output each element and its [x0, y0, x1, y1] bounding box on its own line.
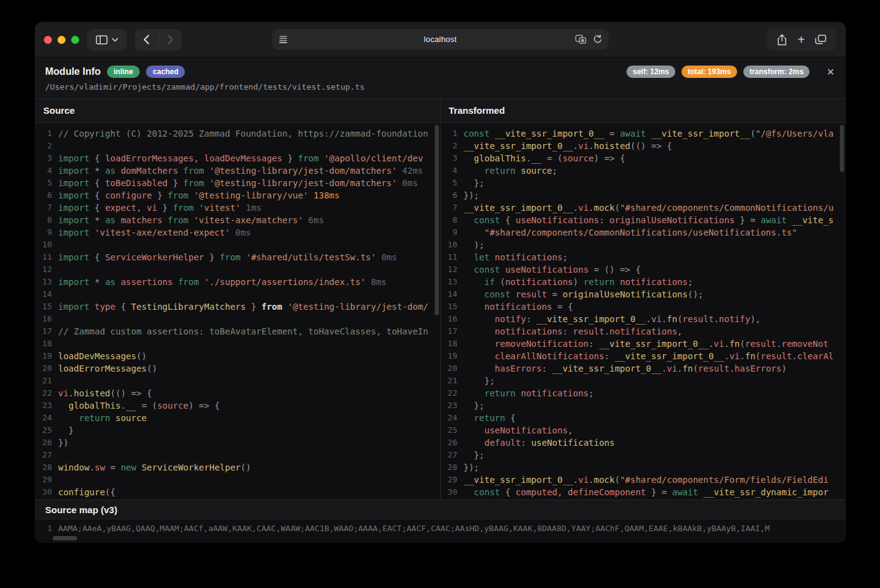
line-number: 22	[441, 387, 464, 399]
line-number: 3	[35, 152, 58, 164]
line-number: 27	[441, 449, 464, 461]
sidebar-toggle-button[interactable]	[87, 29, 127, 51]
code-line: 19 clearAllNotifications: __vite_ssr_imp…	[441, 350, 846, 362]
back-button[interactable]	[135, 29, 158, 51]
code-line: 8import * as matchers from 'vitest-axe/m…	[35, 214, 440, 226]
code-line: 14 const result = originalUseNotificatio…	[441, 288, 846, 300]
line-number: 7	[35, 202, 58, 214]
code-line: 3import { loadErrorMessages, loadDevMess…	[35, 152, 440, 164]
code-line: 10 );	[441, 239, 846, 251]
line-number: 12	[441, 263, 464, 276]
line-number: 14	[35, 288, 58, 300]
line-number: 23	[441, 399, 464, 412]
transformed-scrollbar-thumb[interactable]	[840, 125, 844, 172]
code-line: 16 notify: __vite_ssr_import_0__.vi.fn(r…	[441, 313, 846, 325]
zoom-window-button[interactable]	[71, 36, 79, 44]
code-line: 3 globalThis.__ = (source) => {	[441, 152, 846, 164]
line-number: 14	[441, 288, 464, 300]
code-line: 2__vite_ssr_import_0__.vi.hoisted(() => …	[441, 140, 846, 152]
line-number: 24	[35, 412, 58, 424]
code-line: 25 }	[35, 424, 440, 437]
line-number: 11	[441, 251, 464, 263]
code-line: 7__vite_ssr_import_0__.vi.mock("#shared/…	[441, 202, 846, 214]
line-number: 10	[441, 239, 464, 251]
new-tab-button[interactable]: +	[798, 33, 805, 46]
source-code-view[interactable]: 1// Copyright (C) 2012-2025 Zammad Found…	[35, 123, 440, 500]
code-line: 30 const { computed, defineComponent } =…	[441, 486, 846, 498]
close-panel-button[interactable]: ×	[826, 66, 835, 78]
code-line: 26 default: useNotifications	[441, 437, 846, 449]
line-number: 25	[35, 424, 58, 437]
line-number: 30	[35, 486, 58, 498]
line-number: 11	[35, 251, 58, 263]
code-line: 20 hasErrors: __vite_ssr_import_0__.vi.f…	[441, 362, 846, 375]
code-line: 17 notifications: result.notifications,	[441, 325, 846, 338]
sidebar-icon	[96, 35, 108, 45]
line-number: 13	[35, 276, 58, 288]
line-number: 26	[441, 437, 464, 449]
line-number: 28	[35, 461, 58, 474]
code-line: 5 };	[441, 177, 846, 189]
tab-overview-button[interactable]	[815, 35, 826, 45]
source-scrollbar-thumb[interactable]	[435, 125, 439, 315]
code-line: 18	[35, 338, 440, 350]
code-line: 12 const useNotifications = () => {	[441, 263, 846, 276]
browser-toolbar: localhost	[35, 22, 845, 58]
source-pane-title: Source	[35, 99, 440, 123]
code-line: 11 let notifications;	[441, 251, 846, 263]
code-line: 30configure({	[35, 486, 440, 498]
extensions-icon[interactable]	[575, 35, 587, 45]
reload-icon[interactable]	[593, 35, 602, 44]
share-button[interactable]	[777, 34, 787, 46]
line-number: 1	[441, 127, 464, 140]
line-number: 18	[35, 338, 58, 350]
line-number: 29	[35, 474, 58, 486]
code-line: 9 "#shared/components/CommonNotification…	[441, 226, 846, 239]
code-line: 5import { toBeDisabled } from '@testing-…	[35, 177, 440, 189]
code-line: 27	[35, 449, 440, 461]
line-number: 21	[441, 375, 464, 387]
code-line: 28window.sw = new ServiceWorkerHelper()	[35, 461, 440, 474]
line-number: 17	[441, 325, 464, 338]
close-window-button[interactable]	[44, 36, 52, 44]
source-pane: Source 1// Copyright (C) 2012-2025 Zamma…	[35, 99, 441, 500]
code-line: 23 };	[441, 399, 846, 412]
minimize-window-button[interactable]	[58, 36, 66, 44]
line-number: 5	[441, 177, 464, 189]
line-number: 30	[441, 486, 464, 498]
code-line: 19loadDevMessages()	[35, 350, 440, 362]
module-info-header: Module Info inline cached self: 12ms tot…	[35, 58, 845, 99]
cached-badge: cached	[146, 66, 185, 78]
line-number: 23	[35, 399, 58, 412]
sourcemap-scrollbar-thumb[interactable]	[53, 536, 77, 540]
code-line: 15 notifications = {	[441, 300, 846, 313]
sourcemap-view[interactable]: 1 AAMA;AAeA,yBAAG,QAAQ,MAAM;AACf,aAAW,KA…	[35, 519, 845, 542]
forward-button[interactable]	[159, 29, 182, 51]
line-number: 26	[35, 437, 58, 449]
code-line: 17// Zammad custom assertions: toBeAvata…	[35, 325, 440, 338]
code-line: 27 };	[441, 449, 846, 461]
code-line: 28});	[441, 461, 846, 474]
line-number: 19	[441, 350, 464, 362]
code-line: 16	[35, 313, 440, 325]
line-number: 6	[35, 189, 58, 202]
desktop: localhost	[0, 0, 880, 588]
sourcemap-mappings: AAMA;AAeA,yBAAG,QAAQ,MAAM;AACf,aAAW,KAAK…	[58, 522, 845, 542]
line-number: 20	[441, 362, 464, 375]
line-number: 8	[441, 214, 464, 226]
self-time-badge: self: 12ms	[626, 66, 675, 78]
line-number: 5	[35, 177, 58, 189]
line-number: 6	[441, 189, 464, 202]
code-line: 21	[35, 375, 440, 387]
address-bar[interactable]: localhost	[272, 29, 609, 49]
code-line: 23 globalThis.__ = (source) => {	[35, 399, 440, 412]
line-number: 1	[35, 127, 58, 140]
transformed-code-view[interactable]: 1const __vite_ssr_import_0__ = await __v…	[441, 123, 846, 500]
url-text[interactable]: localhost	[272, 35, 609, 44]
line-number: 19	[35, 350, 58, 362]
line-number: 9	[35, 226, 58, 239]
line-number: 4	[441, 164, 464, 177]
line-number: 13	[441, 276, 464, 288]
line-number: 18	[441, 338, 464, 350]
code-line: 4 return source;	[441, 164, 846, 177]
